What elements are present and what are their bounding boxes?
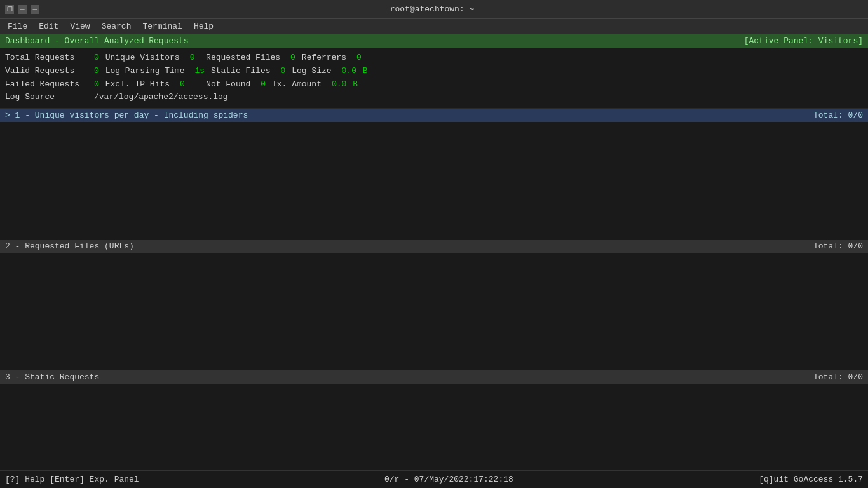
- log-source-value: /var/log/apache2/access.log: [94, 91, 228, 104]
- excl-ip-label: Excl. IP Hits: [100, 78, 170, 92]
- panel-1-label: > 1 - Unique visitors per day - Includin…: [5, 111, 248, 120]
- dashboard-title: Dashboard - Overall Analyzed Requests: [5, 36, 189, 46]
- log-size-label: Log Size: [287, 65, 331, 78]
- status-center: 0/r - 07/May/2022:17:22:18: [384, 475, 513, 484]
- title-bar: ❐ ─ ─ root@atechtown: ~: [0, 0, 868, 19]
- not-found-label: Not Found: [186, 78, 250, 92]
- valid-requests-label: Valid Requests: [5, 65, 94, 78]
- active-panel-label: [Active Panel: Visitors]: [744, 36, 863, 46]
- maximize-button[interactable]: ─: [18, 5, 27, 14]
- stats-row-1: Total Requests 0 Unique Visitors 0 Reque…: [5, 51, 863, 65]
- valid-requests-value: 0: [94, 65, 99, 78]
- panel-1-content: [0, 122, 868, 240]
- log-parsing-label: Log Parsing Time: [100, 65, 185, 78]
- menu-file[interactable]: File: [3, 20, 32, 32]
- stats-section: Total Requests 0 Unique Visitors 0 Reque…: [0, 48, 868, 109]
- unique-visitors-value: 0: [190, 51, 195, 65]
- minimize-button[interactable]: ─: [31, 5, 39, 14]
- log-size-value: 0.0: [342, 65, 356, 78]
- status-bar: [?] Help [Enter] Exp. Panel 0/r - 07/May…: [0, 470, 868, 488]
- panel-2-total: Total: 0/0: [813, 241, 863, 251]
- requested-files-label: Requested Files: [196, 51, 280, 65]
- menu-bar: File Edit View Search Terminal Help: [0, 19, 868, 34]
- tx-amount-unit: B: [348, 78, 358, 92]
- dashboard-header: Dashboard - Overall Analyzed Requests [A…: [0, 34, 868, 48]
- menu-terminal[interactable]: Terminal: [137, 20, 187, 32]
- panel-3-label: 3 - Static Requests: [5, 372, 99, 382]
- panel-2-label: 2 - Requested Files (URLs): [5, 241, 134, 251]
- menu-edit[interactable]: Edit: [34, 20, 64, 32]
- failed-requests-value: 0: [94, 78, 99, 92]
- log-parsing-value: 1s: [194, 65, 205, 78]
- referrers-value: 0: [356, 51, 362, 65]
- stats-row-2: Valid Requests 0 Log Parsing Time 1s Sta…: [5, 65, 863, 78]
- not-found-value: 0: [261, 78, 266, 92]
- menu-view[interactable]: View: [65, 20, 95, 32]
- tx-amount-value: 0.0: [332, 78, 346, 92]
- panel-3-header[interactable]: 3 - Static Requests Total: 0/0: [0, 370, 868, 384]
- stats-row-4: Log Source /var/log/apache2/access.log: [5, 91, 863, 104]
- menu-search[interactable]: Search: [97, 20, 137, 32]
- panel-2-content: [0, 253, 868, 370]
- failed-requests-label: Failed Requests: [5, 78, 94, 92]
- window-controls[interactable]: ❐ ─ ─: [5, 5, 39, 14]
- excl-ip-value: 0: [180, 78, 185, 92]
- panel-2-header[interactable]: 2 - Requested Files (URLs) Total: 0/0: [0, 240, 868, 253]
- log-size-unit: B: [358, 65, 368, 78]
- requested-files-value: 0: [290, 51, 295, 65]
- panel-1-header[interactable]: > 1 - Unique visitors per day - Includin…: [0, 109, 868, 122]
- stats-row-3: Failed Requests 0 Excl. IP Hits 0 Not Fo…: [5, 78, 863, 92]
- static-files-value: 0: [281, 65, 286, 78]
- menu-help[interactable]: Help: [189, 20, 219, 32]
- total-requests-value: 0: [94, 51, 99, 65]
- referrers-label: Referrers: [297, 51, 346, 65]
- static-files-label: Static Files: [206, 65, 270, 78]
- window-title: root@atechtown: ~: [390, 4, 475, 14]
- status-right: [q]uit GoAccess 1.5.7: [759, 475, 863, 484]
- unique-visitors-label: Unique Visitors: [100, 51, 180, 65]
- panel-1-total: Total: 0/0: [813, 111, 863, 120]
- total-requests-label: Total Requests: [5, 51, 94, 65]
- restore-button[interactable]: ❐: [5, 5, 14, 14]
- panel-3-total: Total: 0/0: [813, 372, 863, 382]
- log-source-label: Log Source: [5, 91, 94, 104]
- status-left: [?] Help [Enter] Exp. Panel: [5, 475, 139, 484]
- tx-amount-label: Tx. Amount: [267, 78, 322, 92]
